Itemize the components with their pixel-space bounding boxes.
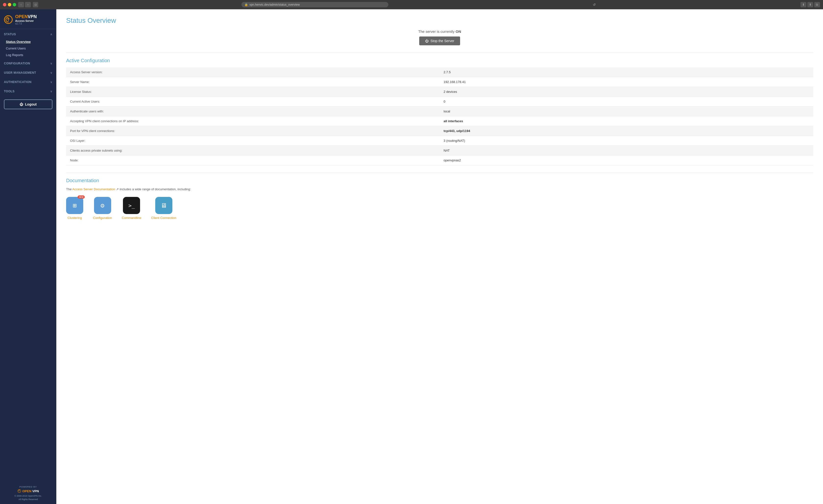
copyright-year: © 2009-2019 OpenVPN Inc. bbox=[14, 495, 42, 497]
sidebar-section-user-management: USER MANAGEMENT ∨ bbox=[0, 67, 56, 77]
sidebar-footer: POWERED BY OPENVPN © 2009-2019 OpenVPN I… bbox=[0, 483, 56, 504]
config-table-row: Accepting VPN client connections on IP a… bbox=[66, 116, 813, 126]
config-table-row: Node:openvpnas2 bbox=[66, 156, 813, 165]
copyright-text: © 2009-2019 OpenVPN Inc. All Rights Rese… bbox=[4, 494, 52, 501]
stop-server-button[interactable]: ⏻ Stop the Server bbox=[419, 36, 460, 45]
sidebar-item-status-overview[interactable]: Status Overview bbox=[0, 38, 56, 45]
logo-open: OPEN bbox=[15, 14, 28, 19]
sidebar-section-configuration: CONFIGURATION ∨ bbox=[0, 58, 56, 67]
doc-icon-box: >_ bbox=[123, 197, 140, 214]
doc-icon-box: ⊞new bbox=[66, 197, 83, 214]
documentation-intro: The Access Server Documentation ↗ includ… bbox=[66, 187, 813, 191]
maximize-window-dot[interactable] bbox=[13, 3, 16, 6]
config-value: tcp/443, udp/1194 bbox=[440, 126, 813, 136]
sidebar-logo: OPENVPN Access Server v2.7.5 bbox=[0, 9, 56, 29]
download-button[interactable]: ⬇ bbox=[801, 2, 806, 7]
logout-label: Logout bbox=[25, 102, 36, 106]
logo-text: OPENVPN Access Server v2.7.5 bbox=[15, 14, 37, 25]
logout-button[interactable]: ⏻ Logout bbox=[4, 100, 52, 109]
doc-icon-label: Commandline bbox=[122, 216, 141, 220]
config-table-row: Authenticate users with:local bbox=[66, 107, 813, 116]
forward-button[interactable]: › bbox=[25, 2, 31, 7]
config-value: all interfaces bbox=[440, 116, 813, 126]
tabs-button[interactable]: ⧉ bbox=[814, 2, 820, 7]
sidebar-section-tools-header[interactable]: TOOLS ∨ bbox=[0, 86, 56, 96]
logo-subtitle: Access Server bbox=[15, 19, 37, 22]
doc-icon-label: Clustering bbox=[67, 216, 82, 220]
doc-icon-box: 🖥 bbox=[155, 197, 172, 214]
sidebar-section-authentication-title: AUTHENTICATION bbox=[4, 80, 32, 84]
doc-icon-item[interactable]: 🖥Client Connection bbox=[151, 197, 177, 220]
server-status-prefix: The server is currently bbox=[418, 29, 456, 33]
stop-server-label: Stop the Server bbox=[431, 39, 454, 43]
openvpn-logo-icon bbox=[4, 15, 13, 24]
config-table-row: Current Active Users:0 bbox=[66, 97, 813, 107]
doc-icon-item[interactable]: ⊞newClustering bbox=[66, 197, 83, 220]
config-value: local bbox=[440, 107, 813, 116]
back-button[interactable]: ‹ bbox=[18, 2, 24, 7]
share-button[interactable]: ⬆ bbox=[807, 2, 813, 7]
new-badge: new bbox=[77, 195, 85, 199]
config-table-row: Port for VPN client connections:tcp/443,… bbox=[66, 126, 813, 136]
config-label: Server Name: bbox=[66, 77, 440, 87]
sidebar-section-status: STATUS ∧ Status Overview Current Users L… bbox=[0, 29, 56, 58]
config-label: Accepting VPN client connections on IP a… bbox=[66, 116, 440, 126]
config-value: 2.7.5 bbox=[440, 67, 813, 77]
doc-icon-item[interactable]: >_Commandline bbox=[122, 197, 141, 220]
sidebar-section-status-header[interactable]: STATUS ∧ bbox=[0, 29, 56, 38]
footer-vpn: VPN bbox=[32, 489, 39, 493]
sidebar-section-user-management-header[interactable]: USER MANAGEMENT ∨ bbox=[0, 67, 56, 77]
config-label: Port for VPN client connections: bbox=[66, 126, 440, 136]
browser-navigation: ‹ › bbox=[18, 2, 31, 7]
server-status-area: The server is currently ON ⏻ Stop the Se… bbox=[66, 29, 813, 45]
logo-version: v2.7.5 bbox=[15, 22, 37, 25]
config-label: Authenticate users with: bbox=[66, 107, 440, 116]
url-text: vpn.henvic.dev/admin/status_overview bbox=[250, 3, 300, 6]
sidebar-item-current-users[interactable]: Current Users bbox=[0, 45, 56, 52]
config-label: OSI Layer: bbox=[66, 136, 440, 146]
server-status-value: ON bbox=[456, 29, 461, 33]
doc-intro-link[interactable]: Access Server Documentation bbox=[72, 187, 115, 191]
sidebar-item-log-reports[interactable]: Log Reports bbox=[0, 52, 56, 58]
sidebar-section-authentication-header[interactable]: AUTHENTICATION ∨ bbox=[0, 77, 56, 86]
config-value: 3 (routing/NAT) bbox=[440, 136, 813, 146]
sidebar-section-configuration-header[interactable]: CONFIGURATION ∨ bbox=[0, 58, 56, 67]
logo-name: OPENVPN bbox=[15, 14, 37, 19]
main-content: Status Overview The server is currently … bbox=[56, 9, 823, 227]
sidebar-section-authentication: AUTHENTICATION ∨ bbox=[0, 77, 56, 86]
main-content-area: Status Overview The server is currently … bbox=[56, 9, 823, 504]
config-table: Access Server version:2.7.5Server Name:1… bbox=[66, 67, 813, 165]
server-status-text: The server is currently ON bbox=[66, 29, 813, 33]
sidebar-section-configuration-title: CONFIGURATION bbox=[4, 62, 30, 65]
config-table-row: OSI Layer:3 (routing/NAT) bbox=[66, 136, 813, 146]
sidebar-section-status-title: STATUS bbox=[4, 33, 16, 36]
config-value: openvpnas2 bbox=[440, 156, 813, 165]
documentation-icons: ⊞newClustering⚙Configuration>_Commandlin… bbox=[66, 197, 813, 220]
footer-logo: OPENVPN bbox=[4, 489, 52, 493]
minimize-window-dot[interactable] bbox=[8, 3, 11, 6]
config-table-row: License Status:2 devices bbox=[66, 87, 813, 97]
config-label: Current Active Users: bbox=[66, 97, 440, 107]
power-icon: ⏻ bbox=[425, 39, 429, 43]
config-label: Node: bbox=[66, 156, 440, 165]
reload-button[interactable]: ↺ bbox=[591, 2, 597, 7]
documentation-section: Documentation The Access Server Document… bbox=[66, 178, 813, 220]
address-bar[interactable]: 🔒 vpn.henvic.dev/admin/status_overview bbox=[241, 2, 388, 7]
logo-vpn: VPN bbox=[28, 14, 37, 19]
doc-icon-box: ⚙ bbox=[94, 197, 111, 214]
chevron-down-icon-config: ∨ bbox=[50, 62, 52, 65]
page-title: Status Overview bbox=[66, 17, 813, 24]
powered-by-label: POWERED BY bbox=[4, 486, 52, 488]
doc-icon-item[interactable]: ⚙Configuration bbox=[93, 197, 112, 220]
ext-link-icon: ↗ bbox=[115, 187, 119, 191]
doc-icon-symbol: ⊞ bbox=[73, 202, 76, 209]
config-label: Access Server version: bbox=[66, 67, 440, 77]
close-window-dot[interactable] bbox=[3, 3, 6, 6]
sidebar: OPENVPN Access Server v2.7.5 STATUS ∧ St… bbox=[0, 9, 56, 504]
logout-icon: ⏻ bbox=[20, 102, 23, 106]
divider-middle bbox=[66, 173, 813, 173]
chevron-down-icon-auth: ∨ bbox=[50, 80, 52, 84]
config-label: Clients access private subnets using: bbox=[66, 146, 440, 156]
rights-text: All Rights Reserved bbox=[18, 498, 38, 501]
window-tile-button[interactable]: ⊡ bbox=[33, 2, 38, 7]
